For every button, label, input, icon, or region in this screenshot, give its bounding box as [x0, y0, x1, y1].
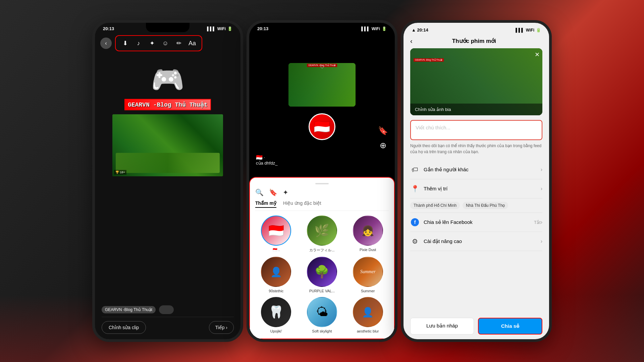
time-3: ▲ 20:14 [412, 27, 428, 33]
location-tag-nha[interactable]: Nhà Thi Đấu Phú Thọ [463, 202, 508, 209]
phone3-title: Thước phim mới [416, 38, 532, 45]
settings-chevron-icon: › [541, 238, 542, 244]
close-reel-button[interactable]: ✕ [535, 51, 540, 58]
option-tag-people[interactable]: 🏷 Gắn thẻ người khác › [410, 160, 542, 179]
filter-label-summer: Summer [361, 289, 375, 293]
settings-label: Cài đặt nâng cao [424, 238, 541, 244]
filter-search-row: 🔍 🔖 ✦ [255, 188, 389, 196]
music-tool[interactable]: ♪ [133, 38, 144, 49]
filter-label-purple: PURPLE VAL... [309, 289, 335, 293]
filter-tabs: Thẩm mỹ Hiệu ứng đặc biệt [255, 200, 389, 211]
clip-toggle[interactable] [159, 305, 174, 314]
game-hud: 🏆 18+ [114, 170, 126, 175]
filter-label-forest: カラーフィル... [309, 248, 334, 253]
fb-share-status: Tắt [534, 220, 541, 225]
back-button-3[interactable]: ‹ [410, 37, 413, 45]
download-tool[interactable]: ⬇ [120, 38, 130, 49]
phone-3: ▲ 20:14 ▌▌▌ WiFi 🔋 ‹ Thước phim mới [401, 20, 552, 342]
filter-thumb-flag[interactable]: 🇮🇩 [261, 216, 291, 246]
controller-icon: 🎮 [151, 64, 184, 96]
filter-item-forest[interactable]: 🌿 カラーフィル... [301, 216, 343, 253]
flag-dots-row: 🇮🇩 • [256, 154, 375, 161]
filter-item-retro[interactable]: 👤 90stethic [255, 257, 297, 293]
filter-item-blur[interactable]: 👤 aesthetic blur [347, 297, 389, 333]
phone3-nav: ‹ Thước phim mới [404, 34, 549, 48]
filter-item-pixie[interactable]: 👧 Pixie Dust [347, 216, 389, 253]
filter-label-retro: 90stethic [269, 289, 283, 293]
filter-panel: 🔍 🔖 ✦ Thẩm mỹ Hiệu ứng đặc biệt 🇮🇩 [249, 177, 395, 339]
tab-aesthetic[interactable]: Thẩm mỹ [255, 200, 276, 208]
flag-emoji: 🇮🇩 [314, 119, 330, 134]
share-button[interactable]: Chia sẻ [478, 318, 542, 335]
status-icons-1: ▌▌▌ WiFi 🔋 [207, 26, 232, 31]
filter-thumb-purple[interactable]: 🌳 [307, 257, 337, 287]
filter-item-upo[interactable]: 🦷 Upojiki' [255, 297, 297, 333]
status-icons-3: ▌▌▌ WiFi 🔋 [516, 28, 541, 33]
sticker-tool[interactable]: ☺ [160, 38, 171, 49]
bookmark-icon[interactable]: 🔖 [378, 126, 388, 135]
toolbar-1: ‹ ⬇ ♪ ✦ ☺ ✏ Aa [95, 33, 240, 54]
settings-icon: ⚙ [410, 237, 420, 246]
filter-grid: 🇮🇩 🇮🇩 . 🌿 カラーフィル... 👧 [255, 216, 389, 333]
video-area: ◇ GEARVN -Blog Thủ Thuật 🇮🇩 [249, 33, 395, 177]
video-side-actions: 🔖 ⊕ [378, 126, 388, 150]
signal-icon: ▌▌▌ [207, 26, 216, 31]
draw-tool[interactable]: ✏ [173, 38, 184, 49]
filter-thumb-summer[interactable]: Summer [353, 257, 383, 287]
diamond-row: ◇ [320, 64, 324, 69]
caption-placeholder: Viết chú thích... [416, 125, 450, 130]
bookmark-filter-icon[interactable]: 🔖 [269, 188, 277, 196]
sparkle-icon[interactable]: ✦ [283, 188, 288, 196]
location-tag-hcm[interactable]: Thành phố Hồ Chí Minh [410, 202, 460, 209]
filter-thumb-forest[interactable]: 🌿 [307, 216, 337, 246]
edit-clip-button[interactable]: Chỉnh sửa clip [102, 321, 146, 334]
panel-handle [315, 183, 329, 184]
location-label: Thêm vị trí [424, 186, 541, 192]
filter-thumb-pixie[interactable]: 👧 [353, 216, 383, 246]
save-draft-button[interactable]: Lưu bản nháp [410, 318, 474, 335]
fb-chevron-icon: › [541, 219, 542, 225]
effects-tool[interactable]: ✦ [147, 38, 157, 49]
status-bar-3: ▲ 20:14 ▌▌▌ WiFi 🔋 [404, 23, 549, 34]
video-card-container: ◇ GEARVN -Blog Thủ Thuật [288, 70, 356, 107]
filter-label-upo: Upojiki' [270, 329, 282, 333]
next-label: Tiếp › [215, 325, 227, 330]
notch-2 [300, 23, 344, 32]
next-button[interactable]: Tiếp › [209, 321, 234, 334]
caption-hint: Người theo dõi bạn có thể nhìn thấy thướ… [410, 143, 542, 155]
text-tool[interactable]: Aa [187, 38, 198, 49]
filter-thumb-retro[interactable]: 👤 [261, 257, 291, 287]
preview-area-1: 🎮 GEARVN -Blog Thủ Thuật 🏆 18+ [95, 54, 240, 300]
wifi-icon-2: WiFi [372, 26, 380, 31]
filter-item-flag[interactable]: 🇮🇩 🇮🇩 . [255, 216, 297, 253]
clip-label-row: GEARVN -Blog Thủ Thuật [102, 305, 234, 314]
filter-thumb-sky[interactable]: 🌤 [307, 297, 337, 327]
phone3-main: ✕ GEARVN -Blog Thủ Thuật Chỉnh sửa ảnh b… [404, 48, 549, 313]
option-advanced-settings[interactable]: ⚙ Cài đặt nâng cao › [410, 232, 542, 251]
caption-input[interactable]: Viết chú thích... [410, 120, 542, 140]
phone1-bottom: GEARVN -Blog Thủ Thuật Chỉnh sửa clip Ti… [95, 300, 240, 339]
option-add-location[interactable]: 📍 Thêm vị trí › [410, 179, 542, 198]
signal-icon-2: ▌▌▌ [361, 26, 370, 31]
flag-icon: 🇮🇩 [256, 154, 263, 161]
filter-thumb-blur[interactable]: 👤 [353, 297, 383, 327]
filter-label-sky: Soft skylight [312, 329, 332, 333]
fb-circle: f [411, 218, 419, 226]
tab-special[interactable]: Hiệu ứng đặc biệt [283, 200, 321, 208]
location-chevron-icon: › [541, 186, 542, 192]
filter-item-summer[interactable]: Summer Summer [347, 257, 389, 293]
add-icon[interactable]: ⊕ [380, 141, 386, 150]
clip-name: GEARVN -Blog Thủ Thuật [102, 306, 156, 313]
option-share-facebook[interactable]: f Chia sẻ lên Facebook Tắt › [410, 213, 542, 232]
location-tags-row: Thành phố Hồ Chí Minh Nhà Thi Đấu Phú Th… [410, 198, 542, 213]
tools-panel: ⬇ ♪ ✦ ☺ ✏ Aa [115, 35, 202, 51]
search-icon[interactable]: 🔍 [255, 188, 264, 196]
game-screenshot-1: 🏆 18+ [112, 114, 223, 176]
filter-item-sky[interactable]: 🌤 Soft skylight [301, 297, 343, 333]
time-1: 20:13 [103, 26, 114, 31]
filter-item-purple[interactable]: 🌳 PURPLE VAL... [301, 257, 343, 293]
filter-thumb-upo[interactable]: 🦷 [261, 297, 291, 327]
filter-label-flag: 🇮🇩 . [273, 248, 279, 252]
back-button-1[interactable]: ‹ [100, 38, 112, 49]
phone1-action-buttons: Chỉnh sửa clip Tiếp › [102, 321, 234, 334]
